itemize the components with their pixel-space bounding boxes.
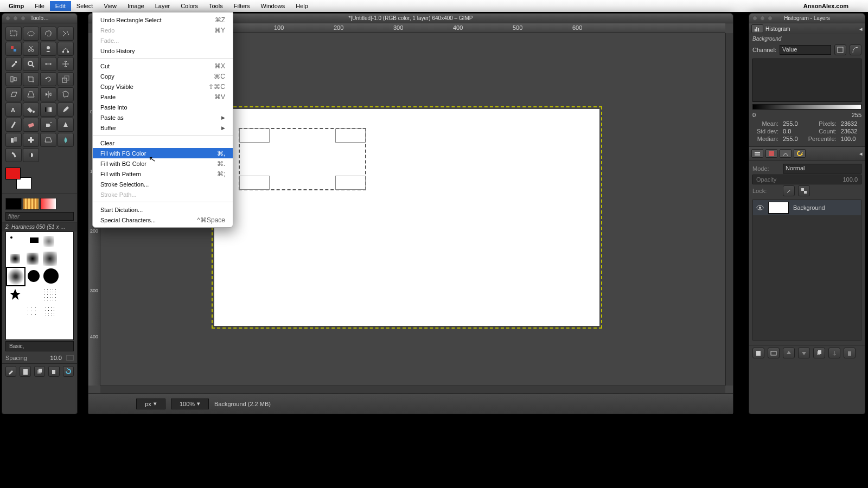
tool-paintbrush[interactable] [5, 118, 22, 132]
selection-handle-bl[interactable] [239, 176, 270, 190]
anchor-layer-button[interactable] [828, 348, 840, 358]
tool-text[interactable]: A [5, 102, 22, 117]
tab-channels[interactable] [765, 149, 777, 158]
tool-flip[interactable] [40, 87, 56, 101]
lower-layer-button[interactable] [798, 348, 810, 358]
channel-select[interactable]: Value [780, 45, 831, 55]
spacing-row[interactable]: Spacing 10.0 [2, 352, 77, 363]
tool-scissors[interactable] [23, 42, 39, 56]
menu-item-fill-with-pattern[interactable]: Fill with Pattern⌘; [93, 169, 233, 179]
raise-layer-button[interactable] [783, 348, 795, 358]
hist-log-button[interactable] [850, 44, 861, 55]
menu-file[interactable]: File [29, 1, 50, 11]
tool-perspective[interactable] [23, 87, 39, 101]
menu-tools[interactable]: Tools [203, 1, 228, 11]
tool-blend[interactable] [40, 102, 56, 117]
delete-brush-button[interactable] [48, 366, 59, 377]
tool-color-picker[interactable] [5, 57, 22, 71]
menu-item-cut[interactable]: Cut⌘X [93, 61, 233, 71]
menu-item-copy-visible[interactable]: Copy Visible⇧⌘C [93, 81, 233, 92]
app-name[interactable]: Gimp [9, 3, 24, 9]
tool-dodge-burn[interactable] [23, 148, 39, 162]
menu-item-start-dictation[interactable]: Start Dictation... [93, 204, 233, 215]
tool-align[interactable] [5, 72, 22, 86]
unit-selector[interactable]: px ▾ [136, 399, 165, 409]
lock-alpha-button[interactable] [798, 185, 810, 196]
tool-blur[interactable] [58, 133, 74, 147]
menu-image[interactable]: Image [122, 1, 150, 11]
tool-shear[interactable] [5, 87, 22, 101]
new-layer-button[interactable] [752, 348, 764, 358]
eye-icon[interactable] [756, 204, 764, 211]
tool-smudge[interactable] [5, 148, 22, 162]
menu-item-paste[interactable]: Paste⌘V [93, 92, 233, 102]
histogram-gradient[interactable] [752, 104, 861, 110]
toolbox-titlebar[interactable]: Toolb… [2, 14, 77, 23]
right-titlebar[interactable]: Histogram - Layers [749, 14, 865, 23]
brush-solid-icon[interactable] [5, 198, 22, 210]
tab-menu-icon[interactable]: ◂ [859, 25, 863, 33]
tool-pencil[interactable] [58, 102, 74, 117]
tool-bucket-fill[interactable] [23, 102, 39, 117]
selection-handle-tr[interactable] [335, 129, 366, 143]
color-swatches[interactable] [5, 168, 31, 189]
pattern-swatch-icon[interactable] [23, 198, 39, 210]
menu-select[interactable]: Select [71, 1, 99, 11]
tool-ink[interactable] [58, 118, 74, 132]
duplicate-brush-button[interactable] [34, 366, 45, 377]
menu-layer[interactable]: Layer [150, 1, 176, 11]
new-brush-button[interactable] [20, 366, 30, 377]
menu-item-paste-into[interactable]: Paste Into [93, 102, 233, 112]
menu-item-buffer[interactable]: Buffer [93, 123, 233, 133]
menu-item-undo-rectangle-select[interactable]: Undo Rectangle Select⌘Z [93, 15, 233, 25]
delete-layer-button[interactable] [844, 348, 856, 358]
scrollbar-vertical[interactable] [725, 33, 733, 386]
menu-filters[interactable]: Filters [228, 1, 256, 11]
tab-layers[interactable] [751, 149, 763, 158]
tab-histogram[interactable] [751, 24, 763, 33]
brush-filter-input[interactable]: filter [5, 212, 74, 221]
gradient-swatch-icon[interactable] [40, 198, 56, 210]
menu-help[interactable]: Help [290, 1, 314, 11]
refresh-brush-button[interactable] [63, 366, 74, 377]
menu-item-fill-with-bg-color[interactable]: Fill with BG Color⌘. [93, 158, 233, 169]
layers-menu-icon[interactable]: ◂ [859, 150, 863, 157]
tool-cage[interactable] [58, 87, 74, 101]
tool-rect-select[interactable] [5, 27, 22, 41]
menu-colors[interactable]: Colors [175, 1, 203, 11]
tool-rotate[interactable] [40, 72, 56, 86]
tool-perspective-clone[interactable] [40, 133, 56, 147]
menu-edit[interactable]: Edit [50, 1, 71, 11]
zoom-selector[interactable]: 100% ▾ [171, 399, 209, 409]
menu-item-clear[interactable]: Clear [93, 138, 233, 148]
menu-item-stroke-selection[interactable]: Stroke Selection... [93, 179, 233, 189]
mode-select[interactable]: Normal [783, 164, 861, 174]
tool-measure[interactable] [40, 57, 56, 71]
lock-pixels-button[interactable] [783, 185, 795, 196]
edit-brush-button[interactable] [5, 366, 16, 377]
tool-eraser[interactable] [23, 118, 39, 132]
tool-free-select[interactable] [40, 27, 56, 41]
tool-fuzzy-select[interactable] [58, 27, 74, 41]
tool-heal[interactable] [23, 133, 39, 147]
tool-scale[interactable] [58, 72, 74, 86]
menu-item-fill-with-fg-color[interactable]: Fill with FG Color⌘, [93, 148, 233, 158]
menu-item-special-characters[interactable]: Special Characters...^⌘Space [93, 215, 233, 225]
selection-handle-br[interactable] [335, 176, 366, 190]
tool-paths[interactable] [58, 42, 74, 56]
tool-foreground-select[interactable] [40, 42, 56, 56]
hist-linear-button[interactable] [834, 44, 846, 55]
duplicate-layer-button[interactable] [813, 348, 825, 358]
tool-color-select[interactable] [5, 42, 22, 56]
tool-move[interactable] [58, 57, 74, 71]
tab-undo[interactable] [794, 149, 806, 158]
new-group-button[interactable] [768, 348, 780, 358]
tool-zoom[interactable] [23, 57, 39, 71]
rectangle-selection[interactable] [239, 128, 366, 190]
tool-ellipse-select[interactable] [23, 27, 39, 41]
selection-handle-tl[interactable] [239, 129, 270, 143]
menu-item-undo-history[interactable]: Undo History [93, 46, 233, 56]
layer-item-background[interactable]: Background [753, 200, 861, 215]
menu-item-paste-as[interactable]: Paste as [93, 112, 233, 123]
layer-name[interactable]: Background [793, 204, 825, 211]
